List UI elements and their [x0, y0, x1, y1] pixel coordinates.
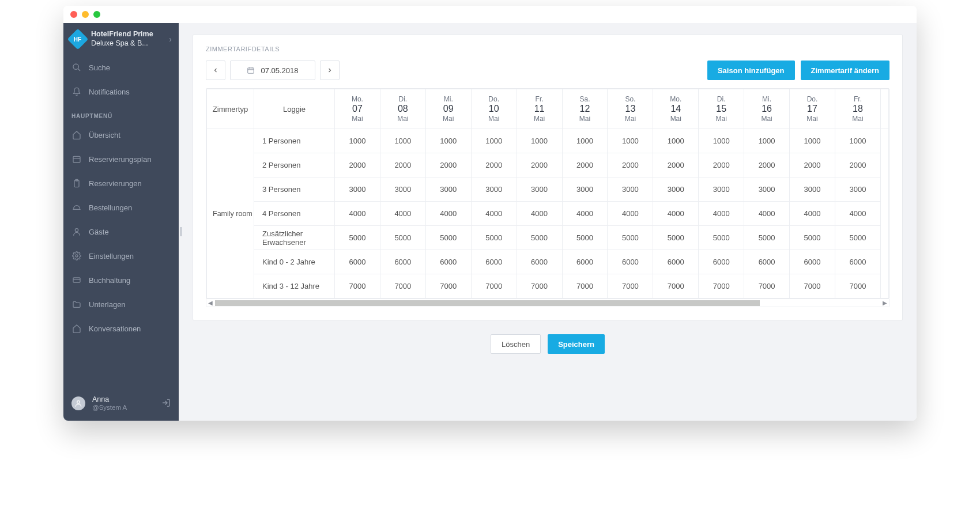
rate-cell[interactable]: 5000 [562, 226, 608, 250]
sidebar-item-einstellungen[interactable]: Einstellungen [63, 244, 179, 268]
rate-cell[interactable]: 6000 [335, 250, 380, 274]
rate-cell[interactable]: 4000 [608, 202, 653, 226]
rate-cell[interactable]: 5000 [835, 226, 880, 250]
rate-cell[interactable]: 7000 [335, 274, 380, 299]
rate-cell[interactable]: 2000 [517, 153, 562, 177]
rate-cell[interactable]: 2000 [380, 153, 425, 177]
rate-cell[interactable]: 7000 [380, 274, 425, 299]
rate-cell[interactable]: 7000 [517, 274, 562, 299]
rate-cell[interactable]: 4000 [790, 202, 835, 226]
rate-cell[interactable]: 4000 [517, 202, 562, 226]
rate-cell[interactable]: 2000 [608, 153, 653, 177]
user-block[interactable]: Anna @System A [63, 386, 179, 421]
rate-cell[interactable]: 5000 [790, 226, 835, 250]
rate-cell[interactable]: 7000 [699, 274, 744, 299]
rate-cell[interactable]: 6000 [653, 250, 699, 274]
rate-cell[interactable]: 3000 [608, 177, 653, 202]
sidebar-search[interactable]: Suche [63, 55, 179, 80]
logout-icon[interactable] [161, 398, 171, 409]
rate-cell[interactable]: 1000 [471, 129, 517, 153]
rate-cell[interactable]: 6000 [608, 250, 653, 274]
rate-cell[interactable]: 2000 [653, 153, 699, 177]
rate-cell[interactable]: 4000 [653, 202, 699, 226]
rate-cell[interactable]: 3000 [380, 177, 425, 202]
sidebar-item-gaeste[interactable]: Gäste [63, 220, 179, 244]
window-min-dot[interactable] [82, 11, 89, 18]
rate-cell[interactable]: 2000 [562, 153, 608, 177]
rate-cell[interactable]: 6000 [835, 250, 880, 274]
rate-cell[interactable]: 6000 [699, 250, 744, 274]
sidebar-item-bestellungen[interactable]: Bestellungen [63, 195, 179, 220]
add-season-button[interactable]: Saison hinzufügen [707, 61, 795, 80]
rate-cell[interactable]: 2000 [425, 153, 471, 177]
rate-cell[interactable]: 3000 [744, 177, 790, 202]
rate-cell[interactable]: 1000 [608, 129, 653, 153]
brand-switcher[interactable]: HF HotelFriend Prime Deluxe Spa & B... › [63, 23, 179, 55]
scroll-right-arrow[interactable]: ▶ [883, 300, 887, 306]
rate-cell[interactable]: 5000 [744, 226, 790, 250]
rate-cell[interactable]: 4000 [380, 202, 425, 226]
sidebar-item-reservierungen[interactable]: Reservierungen [63, 171, 179, 195]
rate-cell[interactable]: 1000 [517, 129, 562, 153]
date-picker-button[interactable]: 07.05.2018 [230, 61, 315, 80]
rate-cell[interactable]: 5000 [380, 226, 425, 250]
rate-cell[interactable]: 6000 [517, 250, 562, 274]
rate-cell[interactable]: 2000 [835, 153, 880, 177]
rate-cell[interactable]: 4000 [471, 202, 517, 226]
rate-cell[interactable]: 1000 [380, 129, 425, 153]
rate-cell[interactable]: 1000 [790, 129, 835, 153]
rate-cell[interactable]: 3000 [562, 177, 608, 202]
sidebar-collapse-handle[interactable]: ‖ [179, 213, 183, 248]
rate-cell[interactable]: 1000 [562, 129, 608, 153]
rate-cell[interactable]: 4000 [699, 202, 744, 226]
rate-cell[interactable]: 3000 [335, 177, 380, 202]
prev-date-button[interactable] [206, 61, 225, 80]
rate-cell[interactable]: 4000 [744, 202, 790, 226]
rate-cell[interactable]: 1000 [699, 129, 744, 153]
sidebar-item-konversationen[interactable]: Konversationen [63, 316, 179, 341]
rate-cell[interactable]: 7000 [835, 274, 880, 299]
rate-cell[interactable]: 1000 [335, 129, 380, 153]
rate-cell[interactable]: 2000 [471, 153, 517, 177]
rate-cell[interactable]: 7000 [562, 274, 608, 299]
window-max-dot[interactable] [93, 11, 100, 18]
rate-cell[interactable]: 3000 [835, 177, 880, 202]
rate-cell[interactable]: 3000 [653, 177, 699, 202]
rate-cell[interactable]: 1000 [744, 129, 790, 153]
next-date-button[interactable] [320, 61, 340, 80]
rate-cell[interactable]: 3000 [517, 177, 562, 202]
rate-cell[interactable]: 5000 [335, 226, 380, 250]
rate-cell[interactable]: 2000 [790, 153, 835, 177]
rate-cell[interactable]: 5000 [653, 226, 699, 250]
rate-cell[interactable]: 5000 [608, 226, 653, 250]
sidebar-notifications[interactable]: Notifications [63, 80, 179, 104]
rate-cell[interactable]: 3000 [425, 177, 471, 202]
horizontal-scrollbar[interactable]: ◀ ▶ [206, 299, 889, 307]
rate-cell[interactable]: 7000 [608, 274, 653, 299]
rate-cell[interactable]: 5000 [517, 226, 562, 250]
rate-cell[interactable]: 6000 [471, 250, 517, 274]
rate-cell[interactable]: 6000 [380, 250, 425, 274]
rate-cell[interactable]: 7000 [744, 274, 790, 299]
rate-cell[interactable]: 1000 [835, 129, 880, 153]
rate-cell[interactable]: 1000 [653, 129, 699, 153]
window-close-dot[interactable] [70, 11, 77, 18]
sidebar-item-buchhaltung[interactable]: Buchhaltung [63, 268, 179, 292]
save-button[interactable]: Speichern [548, 334, 605, 354]
rate-cell[interactable]: 7000 [471, 274, 517, 299]
scroll-left-arrow[interactable]: ◀ [208, 300, 213, 306]
rate-cell[interactable]: 5000 [699, 226, 744, 250]
change-rate-button[interactable]: Zimmertarif ändern [801, 61, 889, 80]
rate-cell[interactable]: 4000 [335, 202, 380, 226]
rate-cell[interactable]: 4000 [425, 202, 471, 226]
rate-cell[interactable]: 3000 [790, 177, 835, 202]
rate-cell[interactable]: 5000 [425, 226, 471, 250]
sidebar-item-uebersicht[interactable]: Übersicht [63, 123, 179, 147]
rate-cell[interactable]: 2000 [699, 153, 744, 177]
rate-cell[interactable]: 2000 [744, 153, 790, 177]
rate-cell[interactable]: 4000 [562, 202, 608, 226]
vertical-scrollbar[interactable] [881, 129, 889, 299]
delete-button[interactable]: Löschen [491, 334, 541, 354]
rate-cell[interactable]: 7000 [425, 274, 471, 299]
sidebar-item-unterlagen[interactable]: Unterlagen [63, 292, 179, 316]
